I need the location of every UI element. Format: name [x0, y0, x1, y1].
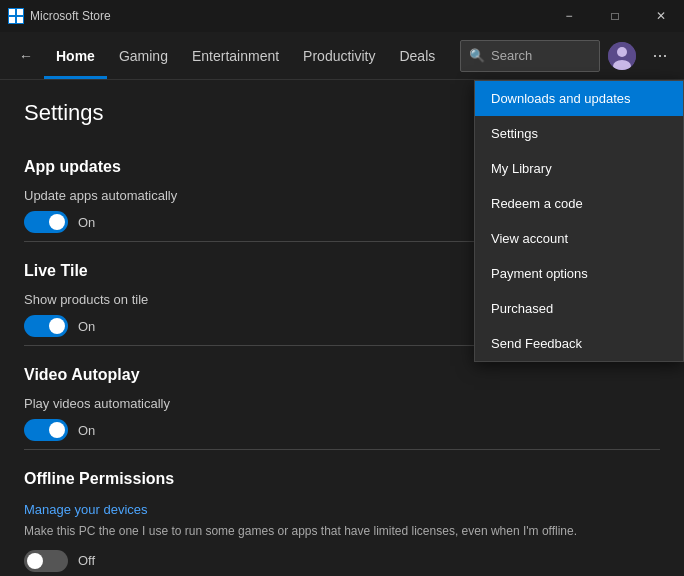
app-title: Microsoft Store [30, 9, 111, 23]
setting-auto-play-videos: Play videos automatically On [24, 396, 660, 441]
search-icon: 🔍 [469, 48, 485, 63]
back-icon: ← [19, 48, 33, 64]
search-box[interactable]: 🔍 Search [460, 40, 600, 72]
divider-video-autoplay [24, 449, 660, 450]
products-on-tile-toggle[interactable] [24, 315, 68, 337]
title-bar-controls: − □ ✕ [546, 0, 684, 32]
auto-play-videos-toggle[interactable] [24, 419, 68, 441]
dropdown-item-my-library[interactable]: My Library [475, 151, 683, 186]
auto-update-toggle[interactable] [24, 211, 68, 233]
auto-play-videos-label: Play videos automatically [24, 396, 660, 411]
tab-gaming[interactable]: Gaming [107, 32, 180, 79]
svg-rect-1 [17, 9, 23, 15]
nav-bar: ← Home Gaming Entertainment Productivity… [0, 32, 684, 80]
offline-toggle[interactable] [24, 550, 68, 572]
user-avatar[interactable] [608, 42, 636, 70]
tab-productivity[interactable]: Productivity [291, 32, 387, 79]
search-label: Search [491, 48, 532, 63]
title-bar-left: Microsoft Store [8, 8, 111, 24]
dropdown-menu: Downloads and updates Settings My Librar… [474, 80, 684, 362]
tab-entertainment[interactable]: Entertainment [180, 32, 291, 79]
auto-play-videos-toggle-text: On [78, 423, 95, 438]
section-offline-permissions: Offline Permissions Manage your devices … [24, 458, 660, 576]
main-content: Settings App updates Update apps automat… [0, 80, 684, 576]
tab-home[interactable]: Home [44, 32, 107, 79]
section-video-autoplay: Video Autoplay Play videos automatically… [24, 354, 660, 450]
dropdown-item-purchased[interactable]: Purchased [475, 291, 683, 326]
title-bar: Microsoft Store − □ ✕ [0, 0, 684, 32]
svg-rect-0 [9, 9, 15, 15]
offline-desc: Make this PC the one I use to run some g… [24, 523, 660, 540]
minimize-button[interactable]: − [546, 0, 592, 32]
manage-devices-link[interactable]: Manage your devices [24, 502, 148, 517]
svg-rect-3 [17, 17, 23, 23]
section-title-offline: Offline Permissions [24, 458, 660, 488]
dropdown-item-payment-options[interactable]: Payment options [475, 256, 683, 291]
dropdown-item-settings[interactable]: Settings [475, 116, 683, 151]
auto-update-toggle-text: On [78, 215, 95, 230]
nav-tabs: Home Gaming Entertainment Productivity D… [44, 32, 460, 79]
close-button[interactable]: ✕ [638, 0, 684, 32]
back-button[interactable]: ← [8, 38, 44, 74]
tab-deals[interactable]: Deals [387, 32, 447, 79]
offline-toggle-row: Off [24, 550, 660, 572]
app-icon [8, 8, 24, 24]
nav-right: 🔍 Search ··· [460, 40, 676, 72]
svg-point-5 [617, 47, 627, 57]
more-icon: ··· [652, 45, 667, 66]
dropdown-item-send-feedback[interactable]: Send Feedback [475, 326, 683, 361]
auto-play-videos-toggle-row: On [24, 419, 660, 441]
products-on-tile-toggle-text: On [78, 319, 95, 334]
offline-toggle-text: Off [78, 553, 95, 568]
dropdown-item-downloads[interactable]: Downloads and updates [475, 81, 683, 116]
more-button[interactable]: ··· [644, 40, 676, 72]
svg-rect-2 [9, 17, 15, 23]
maximize-button[interactable]: □ [592, 0, 638, 32]
dropdown-item-view-account[interactable]: View account [475, 221, 683, 256]
dropdown-item-redeem-code[interactable]: Redeem a code [475, 186, 683, 221]
